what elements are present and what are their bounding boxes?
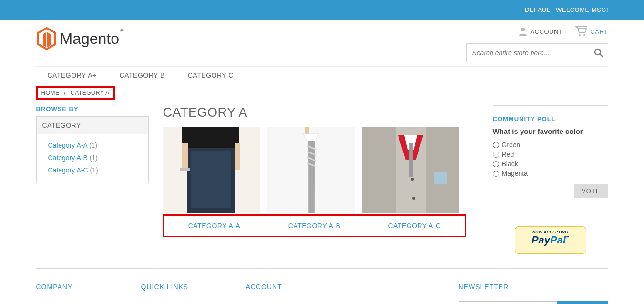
product-image <box>263 127 359 213</box>
footer-col-newsletter: NEWSLETTER SUBSCRIBE <box>459 283 608 304</box>
filter-item[interactable]: Category A-C (1) <box>48 164 143 176</box>
logo[interactable]: Magento® <box>36 26 123 50</box>
footer-link[interactable]: MY ACCOUNT <box>246 302 341 304</box>
subcategory-item[interactable] <box>362 127 459 213</box>
search-form <box>466 43 608 62</box>
subcategory-link[interactable]: CATEGORY A-A <box>164 216 265 236</box>
poll-option[interactable]: Green <box>493 140 608 150</box>
nav-item-category-b[interactable]: CATEGORY B <box>108 67 176 84</box>
svg-point-0 <box>521 28 525 31</box>
poll-options: Green Red Black Magenta <box>493 140 608 178</box>
subscribe-button[interactable]: SUBSCRIBE <box>557 301 608 304</box>
subcategory-grid <box>163 127 479 213</box>
breadcrumb-home[interactable]: HOME <box>41 90 60 96</box>
product-image <box>163 127 260 213</box>
breadcrumb-highlight: HOME / CATEGORY A <box>36 86 115 100</box>
subcategory-link[interactable]: CATEGORY A-C <box>365 216 465 236</box>
search-icon <box>594 48 603 58</box>
subcategory-link[interactable]: CATEGORY A-B <box>265 216 365 236</box>
subcategory-labels-highlight: CATEGORY A-A CATEGORY A-B CATEGORY A-C <box>163 214 466 237</box>
svg-point-2 <box>583 34 585 36</box>
poll-radio[interactable] <box>493 142 499 148</box>
search-input[interactable] <box>466 43 608 62</box>
breadcrumb-current: CATEGORY A <box>71 90 110 96</box>
vote-button[interactable]: VOTE <box>574 184 608 198</box>
sidebar-right: COMMUNITY POLL What is your favorite col… <box>493 105 608 254</box>
subcategory-item[interactable] <box>263 127 359 213</box>
main-column: CATEGORY A <box>163 105 479 254</box>
footer-heading: ACCOUNT <box>246 283 341 294</box>
paypal-line1: NOW ACCEPTING <box>520 230 581 234</box>
svg-rect-10 <box>182 143 188 170</box>
magento-logo-icon <box>36 27 57 50</box>
svg-rect-6 <box>182 127 239 151</box>
cart-link[interactable]: CART <box>575 26 608 37</box>
category-filter-block: CATEGORY Category A-A (1) Category A-B (… <box>36 116 149 183</box>
breadcrumb: HOME / CATEGORY A <box>41 90 110 96</box>
poll-radio[interactable] <box>493 171 499 177</box>
svg-point-29 <box>411 178 414 181</box>
main-nav: CATEGORY A+ CATEGORY B CATEGORY C <box>36 66 608 84</box>
nav-item-category-a[interactable]: CATEGORY A+ <box>36 67 108 84</box>
account-link[interactable]: ACCOUNT <box>518 27 563 36</box>
svg-point-3 <box>595 49 601 55</box>
poll-option[interactable]: Magenta <box>493 169 608 178</box>
footer-link[interactable]: ABOUT US <box>36 302 132 304</box>
header: Magento® ACCOUNT CART <box>36 20 608 66</box>
nav-item-category-c[interactable]: CATEGORY C <box>176 67 245 84</box>
svg-point-30 <box>412 197 415 200</box>
welcome-msg: DEFAULT WELCOME MSG! <box>525 6 608 13</box>
product-image <box>362 127 459 213</box>
poll-title: COMMUNITY POLL <box>493 105 608 122</box>
svg-rect-11 <box>180 168 190 171</box>
person-icon <box>518 27 528 36</box>
svg-point-1 <box>579 34 581 36</box>
top-bar: DEFAULT WELCOME MSG! <box>0 0 644 20</box>
footer-col-company: COMPANY ABOUT US CONTACT US <box>36 283 132 304</box>
newsletter-input[interactable] <box>459 301 558 304</box>
footer-col-account: ACCOUNT MY ACCOUNT ORDERS AND RETURNS <box>246 283 341 304</box>
footer-heading: COMPANY <box>36 283 132 294</box>
search-button[interactable] <box>589 43 608 62</box>
footer-col-quick-links: QUICK LINKS SITE MAP SEARCH TERMS <box>141 283 236 304</box>
header-links: ACCOUNT CART <box>518 26 608 37</box>
poll-option[interactable]: Black <box>493 159 608 169</box>
poll-radio[interactable] <box>493 152 499 158</box>
poll-radio[interactable] <box>493 161 499 167</box>
sidebar-left: BROWSE BY CATEGORY Category A-A (1) Cate… <box>36 105 149 254</box>
filter-item[interactable]: Category A-B (1) <box>48 152 143 164</box>
poll-question: What is your favorite color <box>493 127 608 135</box>
svg-rect-27 <box>409 143 413 177</box>
svg-marker-28 <box>434 172 447 184</box>
account-label: ACCOUNT <box>531 28 563 35</box>
svg-rect-8 <box>191 151 231 208</box>
cart-icon <box>575 26 587 37</box>
browse-by-title: BROWSE BY <box>36 105 149 112</box>
cart-label: CART <box>590 28 608 35</box>
logo-text: Magento® <box>60 30 123 48</box>
footer-heading: NEWSLETTER <box>459 283 608 294</box>
footer-link[interactable]: SITE MAP <box>141 302 236 304</box>
breadcrumb-separator: / <box>64 90 66 96</box>
page-title: CATEGORY A <box>163 105 479 120</box>
svg-line-4 <box>600 54 603 57</box>
filter-heading: CATEGORY <box>37 117 148 134</box>
svg-rect-9 <box>235 143 240 170</box>
filter-item[interactable]: Category A-A (1) <box>48 139 143 152</box>
main-content: BROWSE BY CATEGORY Category A-A (1) Cate… <box>36 100 608 268</box>
poll-option[interactable]: Red <box>493 150 608 159</box>
subcategory-item[interactable] <box>163 127 260 213</box>
footer-heading: QUICK LINKS <box>141 283 236 294</box>
footer: COMPANY ABOUT US CONTACT US QUICK LINKS … <box>36 268 608 304</box>
paypal-banner[interactable]: NOW ACCEPTING PayPal™ <box>493 226 608 254</box>
